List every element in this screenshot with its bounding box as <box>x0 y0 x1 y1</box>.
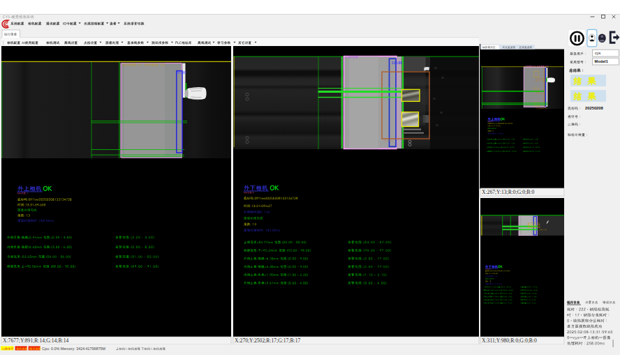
svg-text:X:311;Y:980;R:0;G:0;B:0: X:311;Y:980;R:0;G:0;B:0 <box>482 338 537 344</box>
svg-text:X:267;Y:13;R:0;G:0;B:0: X:267;Y:13;R:0;G:0;B:0 <box>482 189 534 195</box>
svg-text:Cpu: 0.0% Memory: 3424.4179: Cpu: 0.0% Memory: 3424.41796875M <box>42 347 106 351</box>
svg-text:R5.88: R5.88 <box>177 70 187 75</box>
svg-text:X:7677;Y:891;R:14;G:14;B:14: X:7677;Y:891;R:14;G:14;B:14 <box>3 338 68 344</box>
svg-text:Model1: Model1 <box>595 59 608 63</box>
svg-text:cys: cys <box>595 51 601 55</box>
svg-text:X:270;Y:2502;R:17;G:17;B:17: X:270;Y:2502;R:17;G:17;B:17 <box>235 338 300 344</box>
svg-text:123.80: 123.80 <box>392 61 403 65</box>
svg-text:20250208: 20250208 <box>585 106 604 110</box>
